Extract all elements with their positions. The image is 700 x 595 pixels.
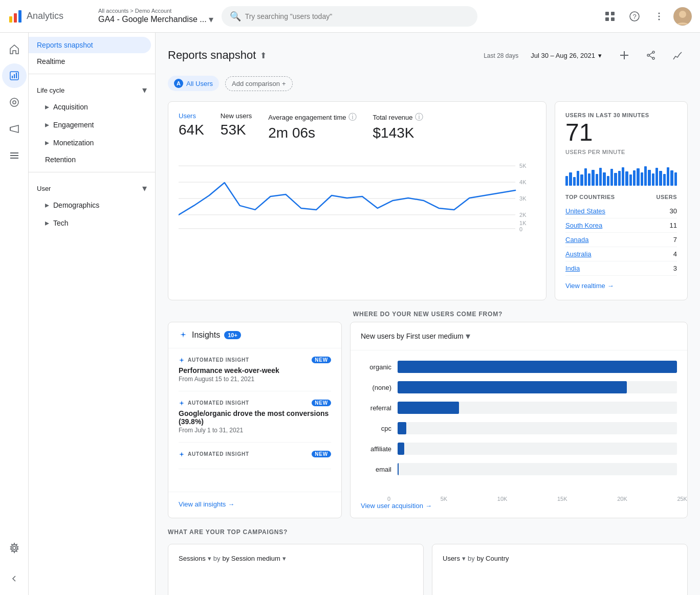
date-label: Last 28 days — [484, 51, 518, 59]
country-name[interactable]: India — [565, 265, 580, 272]
nav-lifecycle-section[interactable]: Life cycle ▾ — [29, 78, 155, 98]
x-axis-label: 10K — [497, 496, 508, 502]
realtime-count: 71 — [565, 120, 677, 145]
sidebar-configure-btn[interactable] — [2, 143, 27, 168]
svg-rect-23 — [10, 158, 18, 159]
add-comparison-button[interactable]: Add comparison + — [225, 76, 293, 91]
top-nav-actions: ? — [600, 6, 692, 27]
engagement-expand-icon: ▸ — [45, 120, 49, 129]
engagement-info-icon[interactable]: ⓘ — [348, 112, 357, 123]
x-axis-label: 25K — [677, 496, 687, 502]
country-name[interactable]: United States — [565, 207, 605, 215]
nav-demographics[interactable]: ▸ Demographics — [29, 196, 151, 214]
campaigns-row: Sessions ▾ by by Session medium ▾ Users … — [168, 544, 688, 595]
apps-icon[interactable] — [600, 6, 620, 27]
campaign-sessions-title[interactable]: Sessions ▾ by by Session medium ▾ — [179, 555, 413, 562]
more-options-icon[interactable] — [649, 6, 669, 27]
all-users-circle: A — [174, 79, 183, 88]
country-row: Canada7 — [565, 233, 677, 247]
nav-user-section[interactable]: User ▾ — [29, 177, 155, 196]
lifecycle-chevron-icon: ▾ — [142, 84, 147, 96]
country-count: 30 — [670, 207, 677, 215]
x-axis-label: 5K — [441, 496, 447, 502]
mini-bar — [599, 168, 602, 186]
tech-expand-icon: ▸ — [45, 218, 49, 228]
mini-bar — [580, 174, 583, 186]
mini-bar — [569, 172, 572, 186]
view-user-acquisition-link[interactable]: View user acquisition → — [351, 502, 687, 518]
country-row: Australia4 — [565, 247, 677, 261]
bar-track — [398, 422, 677, 434]
mini-bar — [659, 171, 662, 186]
bar-fill — [398, 463, 399, 475]
svg-point-9 — [659, 12, 660, 14]
insight-name: Google/organic drove the most conversion… — [179, 409, 331, 426]
search-icon: 🔍 — [230, 11, 241, 22]
share-report-icon[interactable] — [641, 45, 661, 65]
sidebar-advertising-btn[interactable] — [2, 117, 27, 141]
country-rows: United States30South Korea11Canada7Austr… — [565, 204, 677, 276]
help-icon[interactable]: ? — [624, 6, 645, 27]
sparkle-icon — [179, 400, 185, 406]
metrics-summary: Users 64K New users 53K Average engageme… — [179, 112, 536, 141]
new-badge: New — [312, 400, 331, 406]
insight-auto-label: AUTOMATED INSIGHT New — [179, 451, 331, 457]
nav-retention[interactable]: Retention — [29, 151, 151, 168]
revenue-info-icon[interactable]: ⓘ — [415, 112, 423, 123]
all-users-chip[interactable]: A All Users — [168, 76, 219, 91]
svg-rect-2 — [18, 10, 21, 23]
account-name[interactable]: GA4 - Google Merchandise ... ▾ — [98, 14, 213, 25]
campaign-users-title[interactable]: Users ▾ by by Country — [443, 555, 677, 562]
country-name[interactable]: Canada — [565, 236, 589, 244]
comparison-bar: A All Users Add comparison + — [168, 76, 688, 91]
svg-point-13 — [679, 11, 686, 18]
insight-auto-label: AUTOMATED INSIGHT New — [179, 357, 331, 363]
acquisition-bar-row: email — [361, 463, 677, 475]
nav-tech[interactable]: ▸ Tech — [29, 214, 151, 232]
sidebar-settings-btn[interactable] — [2, 536, 27, 560]
insight-desc: From August 15 to 21, 2021 — [179, 376, 331, 383]
sidebar-collapse-btn[interactable] — [2, 566, 27, 591]
search-input[interactable] — [245, 12, 469, 20]
svg-point-19 — [13, 101, 16, 104]
top-countries: TOP COUNTRIES USERS United States30South… — [565, 194, 677, 276]
country-name[interactable]: South Korea — [565, 222, 602, 229]
date-range-button[interactable]: Jul 30 – Aug 26, 2021 ▾ — [524, 49, 608, 62]
view-realtime-link[interactable]: View realtime → — [565, 282, 677, 290]
nav-realtime[interactable]: Realtime — [29, 53, 151, 70]
analytics-insights-icon[interactable] — [667, 45, 688, 65]
nav-engagement[interactable]: ▸ Engagement — [29, 116, 151, 134]
svg-rect-1 — [14, 13, 17, 23]
export-icon[interactable]: ⬆ — [260, 51, 267, 60]
user-avatar[interactable] — [673, 7, 692, 26]
mini-bar — [648, 170, 650, 186]
demographics-expand-icon: ▸ — [45, 200, 49, 210]
campaign-card-users: Users ▾ by by Country — [432, 544, 688, 595]
svg-text:2K: 2K — [519, 212, 527, 218]
new-users-value: 53K — [221, 122, 252, 138]
svg-point-28 — [652, 51, 654, 53]
account-selector[interactable]: All accounts > Demo Account GA4 - Google… — [98, 8, 213, 25]
svg-point-27 — [647, 54, 649, 56]
mini-bar — [652, 173, 654, 186]
nav-reports-snapshot[interactable]: Reports snapshot — [29, 37, 151, 53]
sidebar-reports-btn[interactable] — [2, 63, 27, 88]
acquisition-title[interactable]: New users by First user medium ▾ — [361, 330, 677, 342]
nav-acquisition[interactable]: ▸ Acquisition — [29, 98, 151, 116]
bar-fill — [398, 402, 459, 414]
insights-acquisition-row: Insights 10+ AUTOMATED INSIGHT New Perfo… — [168, 322, 688, 518]
sidebar-explore-btn[interactable] — [2, 90, 27, 115]
insight-item: AUTOMATED INSIGHT New Google/organic dro… — [179, 391, 331, 443]
sidebar-home-btn[interactable] — [2, 37, 27, 61]
search-bar[interactable]: 🔍 — [222, 6, 477, 27]
view-all-insights-link[interactable]: View all insights → — [179, 500, 331, 508]
mini-bar — [670, 170, 673, 186]
country-name[interactable]: Australia — [565, 250, 592, 258]
revenue-label: Total revenue ⓘ — [373, 112, 423, 123]
svg-point-11 — [659, 18, 660, 20]
mini-bar — [667, 167, 669, 186]
engagement-label: Average engagement time ⓘ — [268, 112, 356, 123]
nav-monetization[interactable]: ▸ Monetization — [29, 134, 151, 151]
customize-report-icon[interactable] — [614, 45, 635, 65]
bar-track — [398, 402, 677, 414]
